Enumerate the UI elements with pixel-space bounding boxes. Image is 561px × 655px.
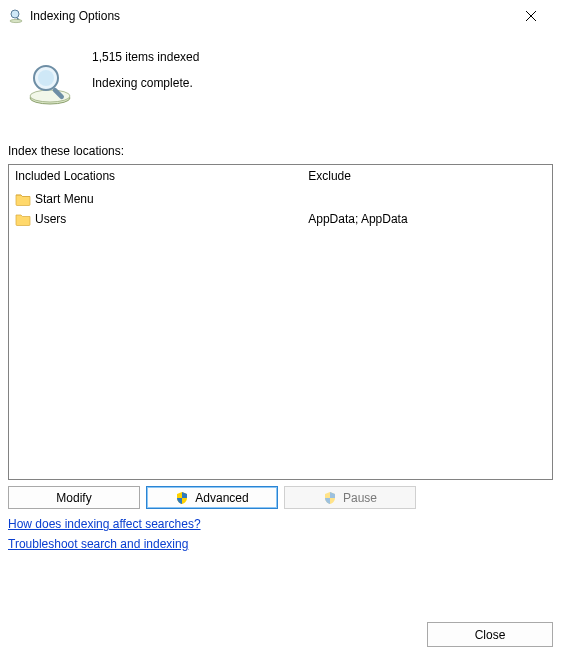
- window-title: Indexing Options: [30, 9, 509, 23]
- help-link[interactable]: How does indexing affect searches?: [8, 517, 201, 531]
- app-icon: [8, 8, 24, 24]
- magnifier-icon: [26, 60, 74, 108]
- action-buttons-row: Modify Advanced Pause: [8, 486, 553, 509]
- location-name: Start Menu: [35, 192, 94, 206]
- uac-shield-icon: [323, 491, 337, 505]
- troubleshoot-link[interactable]: Troubleshoot search and indexing: [8, 537, 188, 551]
- exclude-cell: AppData; AppData: [308, 209, 546, 229]
- list-item[interactable]: Start Menu: [15, 189, 296, 209]
- location-name: Users: [35, 212, 66, 226]
- list-item[interactable]: Users: [15, 209, 296, 229]
- items-indexed-label: 1,515 items indexed: [92, 50, 199, 64]
- pause-button: Pause: [284, 486, 416, 509]
- exclude-column-header: Exclude: [308, 169, 546, 183]
- folder-icon: [15, 192, 31, 206]
- svg-point-0: [11, 10, 19, 18]
- close-icon: [526, 11, 536, 21]
- svg-point-8: [38, 70, 54, 86]
- included-column-header: Included Locations: [15, 169, 296, 183]
- close-button[interactable]: Close: [427, 622, 553, 647]
- window-close-button[interactable]: [509, 0, 553, 32]
- uac-shield-icon: [175, 491, 189, 505]
- folder-icon: [15, 212, 31, 226]
- advanced-button[interactable]: Advanced: [146, 486, 278, 509]
- exclude-cell: [308, 189, 546, 209]
- svg-point-6: [30, 90, 70, 102]
- indexing-status-label: Indexing complete.: [92, 76, 199, 90]
- status-section: 1,515 items indexed Indexing complete.: [8, 50, 553, 108]
- title-bar: Indexing Options: [0, 0, 561, 32]
- locations-section-label: Index these locations:: [8, 144, 553, 158]
- modify-button[interactable]: Modify: [8, 486, 140, 509]
- svg-point-2: [10, 19, 22, 22]
- locations-list[interactable]: Included Locations Start Menu Users Excl…: [8, 164, 553, 480]
